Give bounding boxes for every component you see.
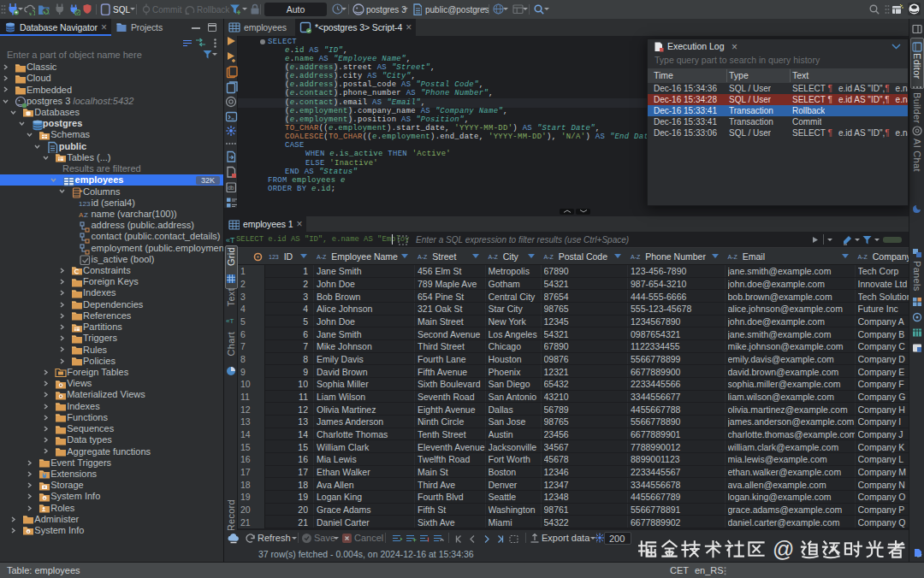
svg-text:db: db (228, 185, 234, 191)
svg-text:«T: «T (226, 317, 234, 325)
svg-text:Z: Z (84, 211, 88, 219)
svg-text:123: 123 (79, 200, 91, 208)
svg-text:«T: «T (226, 236, 235, 245)
